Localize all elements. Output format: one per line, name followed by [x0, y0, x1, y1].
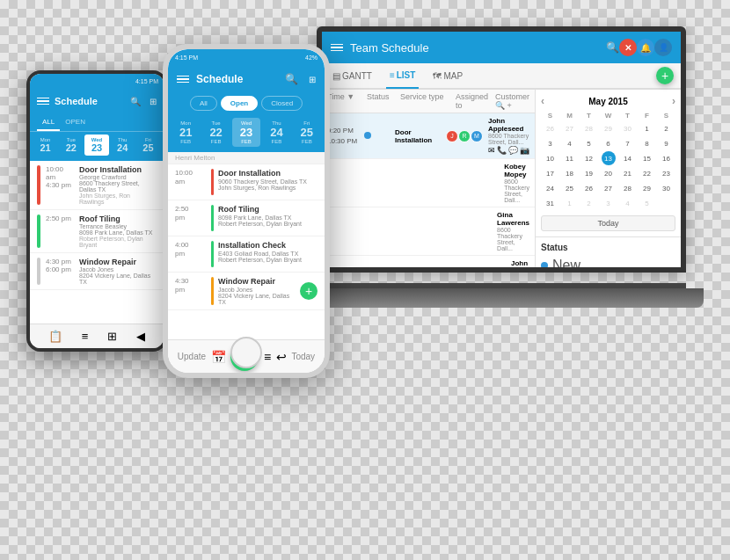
tab-all[interactable]: All — [190, 96, 217, 111]
cal-day[interactable]: 9 — [660, 136, 674, 150]
tab-open[interactable]: OPEN — [60, 114, 91, 131]
iphone-home-button[interactable] — [230, 337, 262, 368]
col-assigned[interactable]: Assigned to — [456, 92, 490, 110]
cal-day[interactable]: 17 — [544, 166, 558, 180]
cal-day[interactable]: 27 — [563, 121, 577, 135]
bottom-grid-icon[interactable]: ⊞ — [107, 330, 117, 343]
cal-day[interactable]: 11 — [563, 151, 577, 165]
bottom-update-icon[interactable]: Update — [178, 352, 206, 361]
date-chip-mon[interactable]: Mon 21 — [33, 135, 57, 156]
list-item[interactable]: 10:00am Door Installation 9060 Thackery … — [168, 164, 325, 200]
cal-day[interactable]: 1 — [563, 196, 577, 210]
cal-day[interactable]: 5 — [640, 196, 654, 210]
tab-gantt[interactable]: ▤ GANTT — [329, 62, 376, 89]
cal-day[interactable]: 23 — [660, 166, 674, 180]
bottom-calendar-icon[interactable]: 📋 — [48, 330, 62, 343]
col-status[interactable]: Status — [367, 92, 395, 110]
cal-day[interactable]: 25 — [563, 181, 577, 195]
tab-open[interactable]: Open — [221, 96, 258, 111]
cal-day[interactable]: 8 — [640, 136, 654, 150]
user-icon[interactable]: 👤 — [654, 39, 672, 56]
date-chip-tue[interactable]: Tue 22 — [59, 135, 83, 156]
cal-day[interactable]: 12 — [582, 151, 596, 165]
cal-day[interactable]: 6 — [602, 136, 616, 150]
cal-day[interactable]: 26 — [544, 121, 558, 135]
cal-day[interactable]: 2 — [582, 196, 596, 210]
cal-day[interactable]: 24 — [544, 181, 558, 195]
cal-day[interactable]: 27 — [602, 181, 616, 195]
cal-day[interactable]: 19 — [582, 166, 596, 180]
cal-day[interactable]: 3 — [602, 196, 616, 210]
date-chip-wed[interactable]: Wed 23 FEB — [232, 118, 260, 147]
cal-day[interactable]: 18 — [563, 166, 577, 180]
cal-day[interactable]: 28 — [582, 121, 596, 135]
date-chip-thu[interactable]: Thu 24 FEB — [262, 118, 290, 147]
list-item[interactable]: 4:30pm Window Repair Jacob Jones8204 Vic… — [168, 273, 325, 310]
tab-list[interactable]: ≡ LIST — [386, 62, 420, 89]
bottom-list-icon[interactable]: ≡ — [264, 350, 271, 364]
close-icon[interactable]: ✕ — [619, 39, 637, 56]
filter-icon[interactable]: ⊞ — [150, 97, 157, 106]
date-chip-thu[interactable]: Thu 24 — [111, 135, 135, 156]
cal-day[interactable]: 10 — [544, 151, 558, 165]
add-item-button[interactable]: + — [300, 282, 318, 300]
tab-all[interactable]: ALL — [37, 114, 60, 131]
date-chip-tue[interactable]: Tue 22 FEB — [201, 118, 230, 147]
cal-day[interactable]: 7 — [621, 136, 635, 150]
tab-map[interactable]: 🗺 MAP — [429, 62, 466, 89]
cal-day[interactable]: 14 — [621, 151, 635, 165]
search-icon[interactable]: 🔍 — [606, 41, 619, 54]
list-item[interactable]: 4:30 pm6:00 pm Window Repair Jacob Jones… — [30, 253, 164, 290]
list-item[interactable]: 2:50 pm Roof Tiling Terrance Beasley8098… — [30, 210, 164, 253]
search-icon[interactable]: 🔍 — [130, 97, 141, 106]
list-item[interactable]: 10:00 am4:30 pm Door Installation George… — [30, 161, 164, 210]
col-customer[interactable]: Customer 🔍 + — [495, 92, 529, 110]
cal-day[interactable]: 29 — [640, 181, 654, 195]
cal-day[interactable]: 15 — [640, 151, 654, 165]
item-people: Robert Peterson, Dylan Bryant — [218, 221, 318, 227]
cal-day[interactable]: 30 — [660, 181, 674, 195]
col-service[interactable]: Service type — [400, 92, 450, 110]
prev-month-button[interactable]: ‹ — [541, 95, 544, 107]
cal-day[interactable]: 20 — [602, 166, 616, 180]
hamburger-icon[interactable] — [37, 98, 49, 105]
list-item[interactable]: 4:00pm Installation Check E403 Goliad Ro… — [168, 236, 325, 273]
bottom-back-icon[interactable]: ◀ — [136, 330, 145, 343]
cal-day[interactable]: 4 — [563, 136, 577, 150]
item-title: Door Installation — [79, 165, 157, 174]
cal-day[interactable]: 5 — [582, 136, 596, 150]
date-chip-wed[interactable]: Wed 23 — [84, 135, 108, 156]
search-icon[interactable]: 🔍 — [285, 73, 298, 85]
date-chip-mon[interactable]: Mon 21 FEB — [172, 118, 200, 147]
cal-day[interactable]: 22 — [640, 166, 654, 180]
cal-day[interactable]: 1 — [640, 121, 654, 135]
cal-day-today[interactable]: 13 — [602, 151, 616, 165]
status-bar-indicator — [37, 215, 40, 248]
cal-day[interactable]: 4 — [621, 196, 635, 210]
date-chip-fri[interactable]: Fri 25 FEB — [293, 118, 321, 147]
cal-day[interactable]: 26 — [582, 181, 596, 195]
hamburger-icon[interactable] — [331, 44, 343, 52]
cal-day[interactable]: 29 — [602, 121, 616, 135]
bottom-refresh-icon[interactable]: ↩ — [276, 350, 287, 364]
cal-day[interactable]: 28 — [621, 181, 635, 195]
hamburger-icon[interactable] — [177, 76, 189, 84]
bottom-calendar-icon[interactable]: 📅 — [211, 350, 226, 364]
cal-day[interactable]: 16 — [660, 151, 674, 165]
notification-icon[interactable]: 🔔 — [637, 39, 654, 56]
tab-closed[interactable]: Closed — [261, 96, 303, 111]
filter-icon[interactable]: ⊞ — [309, 75, 316, 84]
bottom-list-icon[interactable]: ≡ — [82, 330, 89, 343]
cal-day[interactable]: 31 — [544, 196, 558, 210]
cal-day[interactable]: 21 — [621, 166, 635, 180]
next-month-button[interactable]: › — [672, 95, 675, 107]
cal-day[interactable]: 2 — [660, 121, 674, 135]
col-time[interactable]: Time ▼ — [327, 92, 361, 110]
list-item[interactable]: 2:50pm Roof Tiling 8098 Park Lane, Dalla… — [168, 200, 325, 236]
cal-day[interactable]: 30 — [621, 121, 635, 135]
add-fab-button[interactable]: + — [656, 67, 674, 84]
cal-day[interactable]: 3 — [544, 136, 558, 150]
today-button[interactable]: Today — [541, 215, 675, 231]
date-chip-fri[interactable]: Fri 25 — [136, 135, 160, 156]
today-button[interactable]: Today — [291, 352, 315, 361]
